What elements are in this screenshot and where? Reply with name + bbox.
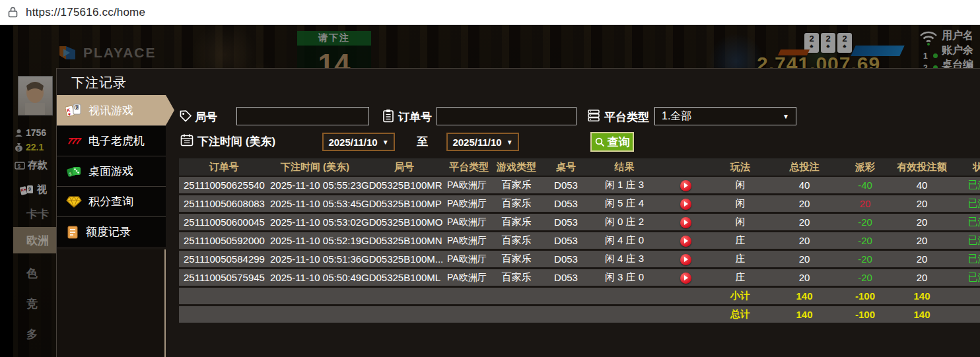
bg-nav-item[interactable]: 卡卡 [13, 201, 57, 227]
round-number-label: 局号 [195, 110, 217, 125]
cell-total: 40 [769, 179, 840, 191]
sidebar-item-points[interactable]: 积分查询 [57, 186, 166, 216]
deposit-row[interactable]: $ 存款 [15, 159, 48, 172]
bet-records-modal: 下注记录 K♥9 视讯游戏 777 电子老虎机 $ 桌面游戏 积分查询 [56, 68, 980, 357]
cell-playtype: 庄 [712, 234, 769, 247]
summary-cell-total: 140 [769, 290, 840, 302]
cell-table: D053 [542, 179, 590, 191]
url-text[interactable]: https://175616.cc/home [26, 6, 145, 19]
cell-playtype: 闲 [712, 197, 769, 210]
cell-table: D053 [542, 253, 590, 265]
playing-card: 2 [821, 33, 835, 53]
platform-type-select[interactable]: 1.全部 [654, 107, 796, 125]
header-cell: 下注时间 (美东) [269, 161, 361, 174]
cell-platform: PA欧洲厅 [447, 179, 491, 191]
cards-icon: K♥9 [20, 184, 34, 196]
user-id-row: 1756 [15, 127, 46, 138]
summary-cell-playtype: 总计 [712, 308, 769, 321]
casino-background: PlayAce 请下注 14 1756 $ 22.1 $ 存款 [0, 25, 980, 357]
platform-icon [587, 109, 600, 125]
bg-nav-item-active[interactable]: 欧洲 [13, 227, 57, 253]
cell-valid: 20 [890, 235, 954, 246]
left-black-strip [0, 25, 13, 357]
cell-game: 百家乐 [491, 197, 542, 210]
tag-icon [179, 110, 192, 125]
date-from-value: 2025/11/10 [328, 137, 377, 148]
bg-nav-item[interactable]: 多 [13, 321, 57, 347]
wifi-icon [918, 29, 939, 49]
cell-round: GD05325B100M... [361, 253, 447, 265]
cell-result: 闲 5 庄 4 [590, 197, 659, 210]
cell-platform: PA欧洲厅 [447, 198, 491, 210]
cell-round: GD05325B100MN [361, 235, 447, 246]
order-number-input[interactable] [437, 107, 577, 125]
summary-cell-total: 140 [769, 309, 840, 320]
sidebar-item-video-games[interactable]: K♥9 视讯游戏 [57, 95, 166, 125]
user-avatar [18, 76, 53, 115]
header-cell: 局号 [361, 161, 447, 174]
cell-game: 百家乐 [491, 216, 542, 228]
cell-status: 已派彩 [954, 197, 980, 210]
dealt-cards: 2 2 2 [804, 33, 852, 53]
cell-result: 闲 4 庄 0 [590, 234, 659, 247]
cell-playtype: 庄 [712, 253, 769, 265]
cell-play [659, 179, 712, 191]
cell-round: GD05325B100MP [361, 198, 447, 209]
header-cell: 总投注 [769, 161, 840, 174]
cell-order: 251110050592000 [179, 235, 269, 246]
sidebar-item-table-games[interactable]: $ 桌面游戏 [57, 156, 166, 186]
play-video-button[interactable] [680, 199, 691, 210]
cell-order: 251110050608083 [179, 198, 269, 209]
header-cell: 订单号 [179, 161, 269, 174]
cell-playtype: 闲 [712, 216, 769, 228]
play-video-button[interactable] [680, 254, 691, 265]
play-video-button[interactable] [680, 273, 691, 284]
sidebar-item-label: 额度记录 [86, 224, 131, 240]
cell-result: 闲 0 庄 2 [590, 216, 659, 228]
table-row: 2511100505759452025-11-10 05:50:49GD0532… [179, 269, 980, 286]
cell-order: 251110050575945 [179, 272, 269, 283]
round-number-input[interactable] [236, 107, 369, 125]
sidebar-item-label: 积分查询 [88, 194, 133, 209]
cell-table: D053 [542, 235, 590, 246]
play-video-button[interactable] [680, 180, 691, 191]
play-video-button[interactable] [680, 236, 691, 247]
browser-url-bar[interactable]: https://175616.cc/home [0, 0, 980, 25]
date-to-label: 至 [417, 134, 428, 149]
query-button[interactable]: 查询 [590, 132, 634, 152]
cell-time: 2025-11-10 05:53:02 [269, 216, 361, 228]
cell-round: GD05325B100MO [361, 216, 447, 228]
bg-nav-item[interactable]: 色 [13, 260, 57, 286]
cards-icon: K♥9 [65, 103, 83, 117]
date-from-picker[interactable]: 2025/11/10 [322, 133, 395, 151]
cell-result: 闲 1 庄 3 [590, 179, 659, 191]
header-cell: 游戏类型 [491, 161, 542, 174]
play-video-button[interactable] [680, 217, 691, 228]
user-id: 1756 [26, 127, 46, 138]
bg-nav-item[interactable]: 竞 [13, 290, 57, 317]
sidebar-item-slots[interactable]: 777 电子老虎机 [57, 125, 166, 156]
cell-game: 百家乐 [491, 234, 542, 247]
deposit-label: 存款 [28, 159, 48, 172]
cell-total: 20 [769, 253, 840, 265]
video-nav-label: 视 [37, 183, 47, 196]
query-button-label: 查询 [608, 135, 630, 150]
cell-play [659, 271, 712, 284]
status-dot [933, 53, 938, 58]
points-diamond-icon [65, 195, 83, 209]
video-nav-row[interactable]: K♥9 视 [20, 183, 47, 196]
cell-table: D053 [542, 198, 590, 209]
cell-play [659, 216, 712, 228]
date-to-picker[interactable]: 2025/11/10 [446, 133, 519, 151]
table-row: 2511100506255402025-11-10 05:55:23GD0532… [179, 177, 980, 193]
cell-platform: PA欧洲厅 [447, 235, 491, 247]
svg-text:$: $ [17, 146, 20, 152]
clipboard-icon [382, 109, 394, 125]
playace-logo-text: PlayAce [83, 45, 157, 61]
deposit-card-icon: $ [15, 162, 25, 170]
header-cell: 派彩 [840, 161, 890, 174]
slots-777-icon: 777 [65, 136, 83, 146]
header-cell: 平台类型 [447, 161, 491, 174]
sidebar-item-quota[interactable]: 额度记录 [57, 216, 166, 247]
cell-payout: -40 [840, 179, 890, 191]
